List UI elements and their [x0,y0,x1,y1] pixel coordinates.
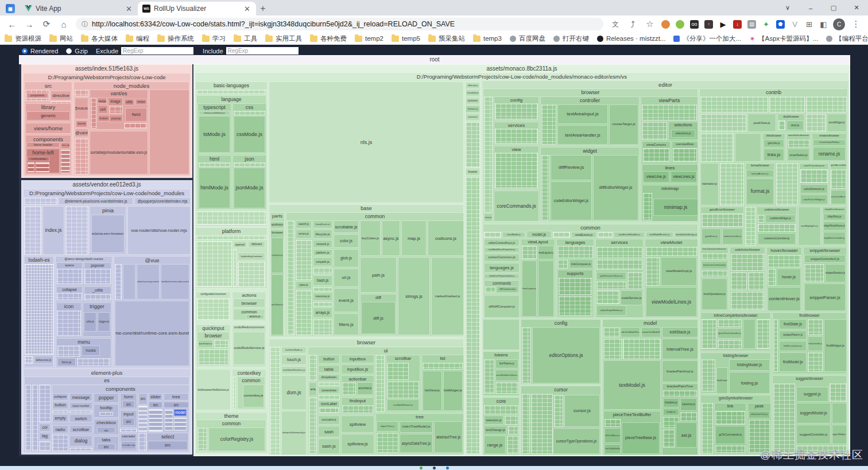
bookmark-item[interactable]: Releases · mistzzt... [597,35,666,42]
node-suggestcontroller-js[interactable]: suggestController.js [796,425,831,444]
tab-vite-app[interactable]: Vite App ✕ [20,2,138,15]
node-swipe[interactable]: swipe [135,99,147,105]
node-snippetcontroller2-js[interactable]: snippetController2.js [804,255,846,263]
node-field[interactable]: field [125,108,147,122]
node-dompurify-dompurify-js[interactable]: dompurify/dompurify.js [281,411,307,455]
close-button[interactable]: ✕ [845,0,868,15]
node-selections-js[interactable]: selections.js [671,130,695,138]
node-event-js[interactable]: event.js [334,288,359,312]
node-reactivity-dist-reactivity-esm-bundler-js[interactable]: reactivity/dist/reactivity.esm-bundler.j… [137,264,160,300]
bookmark-item[interactable]: 操作系统 [157,34,194,43]
node-components[interactable]: components [26,93,48,98]
bookmark-item[interactable]: temp5 [392,35,420,42]
node-editorcontextkeys-js[interactable]: editorContextKeys.js [484,239,520,246]
node-splitview-js[interactable]: splitview.js [341,434,374,454]
bookmark-item[interactable]: 各大媒体 [81,34,118,43]
node-vue-router-dist-vue-router-mjs[interactable]: vue-router/dist/vue-router.mjs [127,206,191,255]
node-src[interactable]: src [122,418,135,426]
node-colorregistry-js[interactable]: colorRegistry.js [208,428,265,451]
node-brackets-js[interactable]: brackets.js [663,398,679,407]
node-popper[interactable]: popper [94,393,119,403]
idm-shield-icon[interactable]: ↓ [732,18,743,30]
node-monarch[interactable]: monarch [466,114,480,121]
node-viewmodellines-js[interactable]: viewModelLines.js [646,287,697,317]
node-foldingmodel-js[interactable]: foldingModel.js [729,359,770,371]
node-types-js[interactable]: types.js [296,281,312,289]
node-colorpickerwidget-js[interactable]: colorPickerWidget.js [800,195,828,204]
node-sash-js[interactable]: sash.js [318,438,340,454]
node-textareainput-js[interactable]: textAreaInput.js [557,104,608,124]
node-length-js[interactable]: length.js [663,409,679,415]
node-modellineprojectiondata-js[interactable]: modelLineProjectionData.js [484,274,520,279]
node-linkcomputer-js[interactable]: linkComputer.js [569,259,593,269]
node-replacepattern-js[interactable]: replacePattern.js [779,331,807,340]
node-linetokens-js[interactable]: lineTokens.js [495,359,518,368]
node-cell[interactable]: cell [98,105,108,114]
node-cssmode-js[interactable]: cssMode.js [234,116,265,153]
node-lifecycle-js[interactable]: lifecycle.js [313,230,332,239]
node-collapse[interactable]: collapse [52,393,68,401]
node-model[interactable]: model [174,409,187,416]
node-codelenswidget-js[interactable]: codelensWidget.js [765,215,796,223]
node-snippetparser-js[interactable]: snippetParser.js [804,283,846,311]
node-viewmodel-js[interactable]: viewModel.js [502,232,525,238]
node-standalonestrings-js[interactable]: standaloneStrings.js [675,232,698,238]
taskbar[interactable] [0,466,868,470]
node-dom-js[interactable]: dom.js [281,375,307,410]
node-view-js[interactable]: view.js [484,213,493,222]
node-asyncdatatree-js[interactable]: asyncDataTree.js [400,434,433,453]
node-links-js[interactable]: links.js [764,149,784,161]
node-ghosttextcontroller-js[interactable]: ghostTextController.js [718,328,742,339]
node-src[interactable]: src [148,441,188,450]
node-vueuse[interactable]: @vueuse [75,98,88,119]
node-piecetreetextbufferbuilder-js[interactable]: pieceTreeTextBufferBuilder.js [604,444,621,454]
node-finddecorations-js[interactable]: findDecorations.js [779,341,807,351]
node-peekview-js[interactable]: peekView.js [747,114,776,132]
tab-close-icon[interactable]: ✕ [125,5,133,13]
node-inputbox[interactable]: inputbox [341,355,374,363]
node-src[interactable]: src [97,444,115,450]
bookmark-item[interactable]: 【编程平台官方原... [826,34,868,43]
node-indentation-js[interactable]: indentation.js [700,163,719,205]
node-dialog[interactable]: dialog [69,436,92,446]
node-referencestree-js[interactable]: referencesTree.js [749,411,770,418]
taskbar-icon[interactable] [433,467,436,469]
node-languages-js[interactable]: languages.js [484,263,520,273]
extension-diamond-icon[interactable]: ✦ [761,18,772,30]
node-markdownrenderer-js[interactable]: markdownRenderer.js [281,366,307,374]
node-fuzzyscorer-js[interactable]: fuzzyScorer.js [313,220,332,228]
node-debounce-js[interactable]: debounce.js [34,356,53,364]
bookmark-item[interactable]: 网站 [49,34,73,43]
node-browser[interactable]: browser [466,169,480,176]
extension-dark-icon[interactable]: ▾ [703,18,715,30]
node-diffcommand-js[interactable]: diffCommand.js [497,286,518,293]
tab-rollup-visualizer[interactable]: WS RollUp Visualizer ✕ [138,2,256,15]
node-badge[interactable]: badge [98,98,107,104]
node-selection-js[interactable]: selection.js [484,415,503,425]
node-extpath-js[interactable]: extpath.js [313,257,332,266]
node-modelservice-js[interactable]: modelService.js [621,290,642,305]
node-hooks[interactable]: hooks [82,345,100,356]
vue-devtools-icon[interactable]: V [789,18,801,30]
node-map-js[interactable]: map.js [401,220,427,256]
bookmark-item[interactable]: ✳【Aspx卡盟源码】... [749,34,818,43]
node-bracketpairsimpl-js[interactable]: bracketPairsImpl.js [662,360,698,382]
node-standalone[interactable]: standalone [466,90,480,96]
node-col[interactable]: col [39,424,51,432]
extensions-puzzle-icon[interactable]: ⊞ [804,18,815,30]
site-info-icon[interactable]: ⓘ [82,20,88,29]
node-movelinescommand-js[interactable]: moveLinesCommand.js [702,261,727,269]
node-listview-js[interactable]: listView.js [423,371,442,411]
node-colordetector-js[interactable]: colorDetector.js [800,184,828,193]
node-path-js[interactable]: path.js [360,257,397,293]
node-listwidget-js[interactable]: listWidget.js [443,371,463,411]
node-quickinputlist-js[interactable]: quickInputList.js [271,238,284,273]
home-icon[interactable]: ⌂ [57,17,71,31]
node-src[interactable]: src [97,427,115,433]
node-platform-js[interactable]: platform.js [313,249,332,256]
node-codelenscontroller-js[interactable]: codelensController.js [758,233,796,244]
node-textmodelevents-js[interactable]: textModelEvents.js [646,232,673,238]
node-actions-js[interactable]: actions.js [246,314,264,319]
side-panel-icon[interactable]: ◧ [818,18,830,30]
node-undoredoservice-js[interactable]: undoRedoService.js [233,332,265,365]
